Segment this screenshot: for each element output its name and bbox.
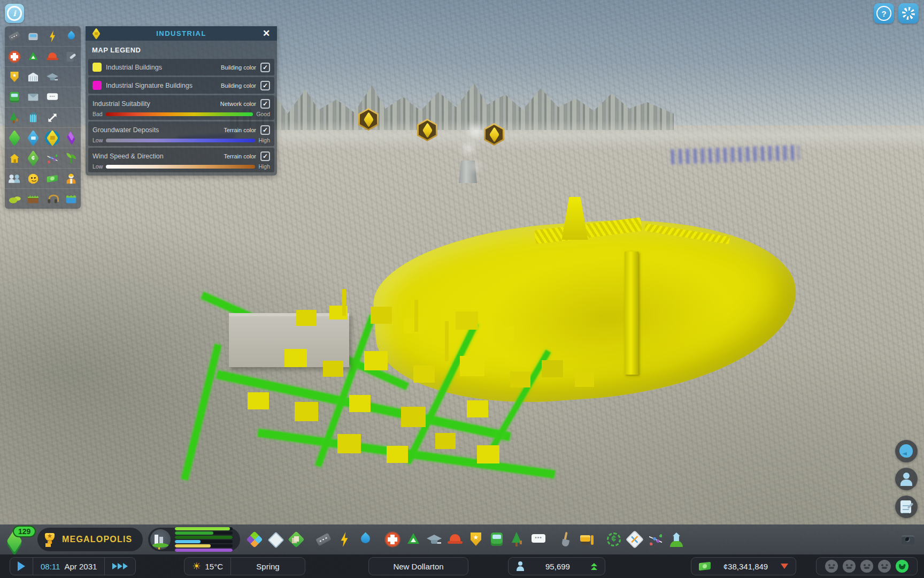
transit-icon[interactable] bbox=[488, 531, 505, 548]
traffic-icon[interactable] bbox=[27, 29, 40, 43]
residential-icon[interactable] bbox=[7, 151, 21, 165]
progress-bar-track bbox=[175, 540, 233, 543]
population-widget[interactable]: 95,699 bbox=[508, 557, 605, 575]
parks-icon[interactable] bbox=[7, 111, 21, 124]
infoview-row bbox=[5, 128, 81, 148]
roads-icon[interactable] bbox=[7, 29, 21, 43]
zone-tile-icon[interactable] bbox=[267, 531, 284, 548]
chimney bbox=[414, 300, 418, 332]
police-icon[interactable] bbox=[7, 70, 21, 83]
legend-checkbox[interactable]: ✓ bbox=[260, 125, 270, 135]
growth-icon[interactable] bbox=[65, 151, 78, 165]
soil-icon[interactable] bbox=[27, 192, 40, 206]
side-buttons bbox=[895, 440, 918, 518]
close-icon[interactable]: ✕ bbox=[260, 27, 273, 40]
legend-checkbox[interactable]: ✓ bbox=[260, 151, 270, 161]
population-icon[interactable] bbox=[7, 172, 21, 185]
statistics-icon[interactable] bbox=[45, 151, 59, 165]
shovel-icon[interactable] bbox=[557, 531, 574, 548]
citizen-button[interactable] bbox=[895, 468, 918, 490]
city-level[interactable]: 129 bbox=[4, 527, 32, 552]
tourism-icon[interactable] bbox=[27, 111, 40, 124]
progression-icon[interactable] bbox=[626, 531, 643, 548]
transit-icon[interactable] bbox=[7, 90, 21, 104]
commercial-icon[interactable] bbox=[27, 131, 40, 144]
fire-icon[interactable] bbox=[45, 50, 59, 63]
city-name-widget[interactable]: New Dollarton bbox=[368, 557, 468, 575]
parks-icon[interactable] bbox=[509, 531, 526, 548]
legend-entry-name: Industrial Suitability bbox=[93, 100, 216, 108]
areas-icon[interactable] bbox=[288, 531, 305, 548]
info-icon: i bbox=[7, 6, 22, 21]
education-icon[interactable] bbox=[45, 70, 59, 83]
photo-mode-button[interactable] bbox=[899, 531, 917, 548]
zoning-icon[interactable] bbox=[7, 131, 21, 144]
electricity-icon[interactable] bbox=[336, 531, 353, 548]
statistics-icon[interactable] bbox=[647, 531, 664, 548]
water-icon[interactable] bbox=[357, 531, 374, 548]
workers-icon[interactable] bbox=[65, 172, 78, 185]
infoview-row bbox=[5, 108, 81, 128]
education-icon[interactable] bbox=[426, 531, 443, 548]
help-button[interactable]: ? bbox=[874, 3, 894, 24]
money-icon[interactable] bbox=[45, 172, 59, 185]
city-icon bbox=[150, 529, 171, 550]
toolbar-group bbox=[246, 531, 305, 548]
chirper-bird-button[interactable] bbox=[895, 440, 918, 462]
season[interactable]: Spring bbox=[231, 558, 305, 575]
game-screen: i INDUSTRIAL ✕ MAP LEGEND Industrial Bui… bbox=[0, 0, 924, 578]
administration-icon[interactable] bbox=[27, 70, 40, 83]
legend-checkbox[interactable]: ✓ bbox=[260, 81, 270, 90]
legend-row: Groundwater DepositsTerrain color✓LowHig… bbox=[88, 121, 274, 146]
milestones-icon[interactable] bbox=[668, 531, 685, 548]
electricity-icon[interactable] bbox=[45, 29, 59, 43]
legend-color-type: Building color bbox=[221, 82, 256, 89]
infoview-button[interactable]: i bbox=[5, 4, 24, 23]
progress-bar-track bbox=[175, 527, 233, 530]
happiness-widget[interactable] bbox=[816, 557, 918, 575]
communications-icon[interactable] bbox=[530, 531, 547, 548]
progress-bar-track bbox=[175, 531, 233, 535]
maintenance-icon[interactable] bbox=[65, 50, 78, 63]
gradient-high-label: Good bbox=[256, 111, 270, 117]
milestone-widget[interactable]: ★ MEGALOPOLIS bbox=[37, 528, 143, 551]
fire-icon[interactable] bbox=[446, 531, 464, 548]
temperature[interactable]: ☀ 15°C bbox=[184, 558, 230, 575]
fast-forward-button[interactable] bbox=[105, 558, 135, 575]
water-icon[interactable] bbox=[65, 29, 78, 43]
happiness-icon[interactable] bbox=[27, 172, 40, 185]
play-button[interactable] bbox=[10, 558, 33, 575]
economy-icon[interactable] bbox=[605, 531, 622, 548]
noise-icon[interactable] bbox=[45, 192, 59, 206]
legend-checkbox[interactable]: ✓ bbox=[260, 63, 270, 72]
city-name: New Dollarton bbox=[393, 562, 443, 571]
communications-icon[interactable] bbox=[45, 90, 59, 104]
offices-icon[interactable] bbox=[65, 131, 78, 144]
police-icon[interactable] bbox=[467, 531, 484, 548]
industrial-icon[interactable] bbox=[45, 131, 59, 144]
zones-icon[interactable] bbox=[246, 531, 263, 548]
ground-pollution-icon[interactable] bbox=[7, 192, 21, 206]
legend-row: Wind Speed & DirectionTerrain color✓LowH… bbox=[88, 148, 274, 172]
healthcare-icon[interactable] bbox=[7, 50, 21, 63]
money-widget[interactable]: ¢38,341,849 bbox=[691, 557, 796, 575]
roads-icon[interactable] bbox=[315, 531, 332, 548]
land-value-icon[interactable] bbox=[27, 151, 40, 165]
gradient-high-label: High bbox=[258, 163, 270, 170]
progress-widget[interactable] bbox=[148, 528, 240, 551]
mail-icon[interactable] bbox=[27, 90, 40, 104]
water-pollution-icon[interactable] bbox=[65, 192, 78, 206]
legend-checkbox[interactable]: ✓ bbox=[260, 99, 270, 109]
time-controls: 08:11 Apr 2031 bbox=[10, 557, 136, 575]
journal-button[interactable] bbox=[895, 496, 918, 518]
healthcare-icon[interactable] bbox=[384, 531, 401, 548]
settings-button[interactable] bbox=[898, 3, 919, 24]
chimney bbox=[342, 289, 346, 316]
season-value: Spring bbox=[256, 562, 279, 571]
connections-icon[interactable] bbox=[45, 111, 59, 124]
legend-swatch bbox=[93, 81, 102, 90]
bulldozer-icon[interactable] bbox=[578, 531, 595, 548]
garbage-icon[interactable] bbox=[405, 531, 422, 548]
garbage-icon[interactable] bbox=[27, 50, 40, 63]
factory-building bbox=[229, 313, 349, 367]
